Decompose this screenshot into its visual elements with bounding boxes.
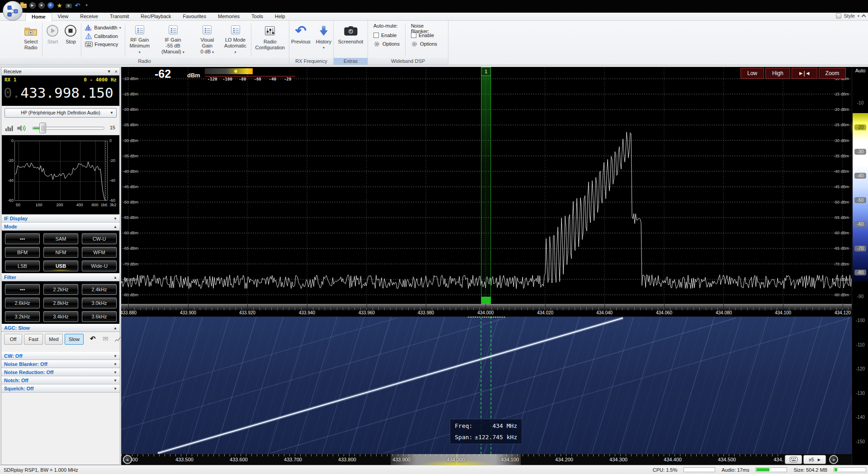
screenshot-button[interactable]: Screenshot <box>336 22 366 57</box>
tab-memories[interactable]: Memories <box>212 13 245 21</box>
section-notch[interactable]: Notch: Off▼ <box>1 376 120 384</box>
mode-sam-button[interactable]: SAM <box>43 233 78 244</box>
noise-blanker-column: Noise Blanker: Enable Options <box>407 22 446 49</box>
amplitude-scale[interactable]: Auto -10 -20 -30 -40 -50 -60 -70 -80 -90… <box>852 67 868 465</box>
rx-marker[interactable]: 1 <box>481 67 491 304</box>
waterfall-display[interactable]: Freq:434 MHz Span:±122.745 kHz <box>121 317 852 454</box>
frequency-digits[interactable]: 0.433.998.150 <box>2 83 119 101</box>
tab-favourites[interactable]: Favourites <box>177 13 212 21</box>
tab-help[interactable]: Help <box>269 13 291 21</box>
mode-lsb-button[interactable]: LSB <box>5 261 40 271</box>
filter-2.6khz-button[interactable]: 2.6kHz <box>5 298 40 308</box>
panel-pin-icon[interactable]: ▼ <box>107 69 111 74</box>
navigator-label: 433.700 <box>279 457 307 462</box>
navigator-keyboard-button[interactable] <box>785 455 802 464</box>
agc-slow-button[interactable]: Slow <box>65 334 84 345</box>
filter-2.2khz-button[interactable]: 2.2kHz <box>43 284 78 295</box>
if-gain-button[interactable]: IF Gain -55 dB (Manual) ▾ <box>153 22 193 57</box>
start-button[interactable]: Start <box>44 22 61 57</box>
radio-configuration-button[interactable]: Radio Configuration <box>253 22 287 57</box>
add-icon[interactable]: + <box>47 2 54 9</box>
frequency-button[interactable]: Frequency <box>85 42 121 47</box>
agc-off-button[interactable]: Off <box>4 334 22 345</box>
agc-med-button[interactable]: Med <box>45 334 63 345</box>
mode-usb-button[interactable]: USB <box>43 261 78 271</box>
panel-close-icon[interactable]: × <box>115 69 118 74</box>
mode-bfm-button[interactable]: BFM <box>5 247 40 258</box>
tab-view[interactable]: View <box>52 13 75 21</box>
tab-receive[interactable]: Receive <box>74 13 104 21</box>
history-button[interactable]: History ▾ <box>314 22 334 57</box>
section-noise-reduction[interactable]: Noise Reduction: Off▼ <box>1 368 120 376</box>
filter-3.4khz-button[interactable]: 3.4kHz <box>43 311 78 322</box>
bandwidth-button[interactable]: Bandwidth ▾ <box>85 24 121 31</box>
tab-home[interactable]: Home <box>25 13 52 21</box>
scale-auto-label[interactable]: Auto <box>852 68 868 73</box>
section-squelch[interactable]: Squelch: Off▼ <box>1 384 120 393</box>
volume-slider-handle[interactable] <box>39 123 46 133</box>
undo-icon[interactable]: ↶ <box>74 2 81 9</box>
high-button[interactable]: High <box>765 68 790 79</box>
tab-rec-playback[interactable]: Rec/Playback <box>135 13 177 21</box>
checkbox-icon <box>411 33 416 38</box>
section-cw[interactable]: CW: Off▼ <box>1 352 120 360</box>
filter-3.2khz-button[interactable]: 3.2kHz <box>5 311 40 322</box>
navigator-zoom-factor[interactable]: x5 ▶ <box>803 455 826 464</box>
agc-fast-button[interactable]: Fast <box>24 334 43 345</box>
mode-cwu-button[interactable]: CW-U <box>82 233 117 244</box>
center-button[interactable]: ►|◄ <box>792 68 817 79</box>
filter-dots-button[interactable]: ••• <box>5 284 40 295</box>
filter-3.0khz-button[interactable]: 3.0kHz <box>82 298 117 308</box>
rf-gain-button[interactable]: RF Gain Minimum ▾ <box>127 22 152 57</box>
mode-dots-button[interactable]: ••• <box>5 233 40 244</box>
stop-button[interactable]: Stop <box>62 22 79 57</box>
agc-graph-icon[interactable] <box>114 336 122 342</box>
calibration-button[interactable]: Calibration <box>85 33 121 39</box>
noise-blanker-enable-checkbox[interactable]: Enable <box>411 31 443 39</box>
section-if-display[interactable]: IF Display▼ <box>1 214 120 223</box>
application-button[interactable] <box>3 1 23 21</box>
filter-2.8khz-button[interactable]: 2.8kHz <box>43 298 78 308</box>
tab-tools[interactable]: Tools <box>245 13 269 21</box>
noise-blanker-options-button[interactable]: Options <box>411 40 443 48</box>
agc-undo-icon[interactable]: ↶ <box>90 335 96 343</box>
navigate-left-button[interactable]: « <box>123 455 132 464</box>
style-selector[interactable]: Style <box>844 13 855 19</box>
section-filter[interactable]: Filter▲ <box>1 273 120 281</box>
speaker-icon[interactable] <box>17 124 27 132</box>
audio-spectrum[interactable]: 0-20-40-60 0-20-40-60 501002004008001k63… <box>2 135 119 214</box>
navigate-right-button[interactable]: » <box>829 455 838 464</box>
section-noise-blanker[interactable]: Noise Blanker: Off▼ <box>1 360 120 368</box>
frequency-display[interactable]: RX 1 0 - 4000 Hz 0.433.998.150 <box>2 76 119 106</box>
stop-icon <box>64 24 77 38</box>
frequency-ruler[interactable] <box>121 304 852 310</box>
visual-gain-button[interactable]: Visual Gain 0 dB ▾ <box>193 22 221 57</box>
mode-nfm-button[interactable]: NFM <box>43 247 78 258</box>
play-icon[interactable]: ▶ <box>29 2 36 9</box>
rx-marker-tab[interactable]: 1 <box>481 67 491 76</box>
previous-button[interactable]: ↶ Previous <box>289 22 313 57</box>
stop-icon[interactable]: ■ <box>38 2 45 9</box>
zoom-button[interactable]: Zoom <box>819 68 846 79</box>
automute-options-button[interactable]: Options <box>373 40 400 48</box>
low-button[interactable]: Low <box>741 68 764 79</box>
mode-wfm-button[interactable]: WFM <box>82 247 117 258</box>
audio-device-select[interactable]: HP (Périphérique High Definition Audio) … <box>5 108 117 118</box>
agc-envelope-icon[interactable]: ✉ <box>103 335 108 343</box>
style-dropdown-icon[interactable]: ▾ <box>858 14 859 18</box>
camera-icon[interactable] <box>65 2 72 9</box>
section-mode[interactable]: Mode▲ <box>1 223 120 231</box>
lo-mode-button[interactable]: LO Mode Automatic ▾ <box>222 22 249 57</box>
frequency-navigator[interactable]: 33.400433.500433.600433.700433.800433.90… <box>121 454 852 465</box>
mode-wideu-button[interactable]: Wide-U <box>82 261 117 271</box>
toolbar-dropdown-icon[interactable]: ▾ <box>83 2 90 9</box>
equalizer-icon[interactable] <box>5 124 13 132</box>
section-agc[interactable]: AGC: Slow▲ <box>1 324 120 332</box>
spectrum-display[interactable]: -10 dBm-15 dBm-20 dBm-25 dBm-30 dBm-35 d… <box>121 67 852 317</box>
favourite-icon[interactable]: ★ <box>56 2 63 9</box>
select-radio-button[interactable]: Select Radio <box>22 22 40 57</box>
minimize-ribbon-icon[interactable] <box>862 14 866 19</box>
automute-enable-checkbox[interactable]: Enable <box>373 31 400 39</box>
tab-transmit[interactable]: Transmit <box>104 13 135 21</box>
filter-2.4khz-button[interactable]: 2.4kHz <box>82 284 117 295</box>
